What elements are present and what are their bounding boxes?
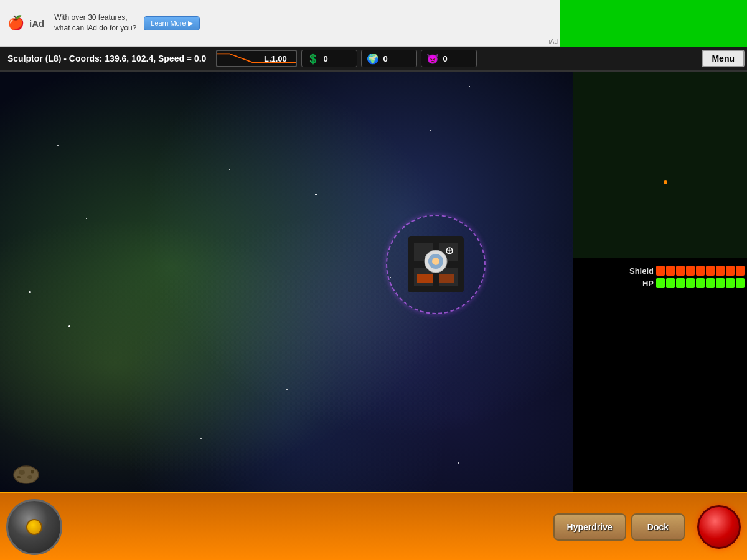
credits-resource: 💲 0 <box>301 50 357 67</box>
credits-value: 0 <box>323 54 327 63</box>
shield-segments <box>656 266 745 276</box>
bottom-control-bar: Hyperdrive Dock <box>0 492 747 560</box>
hp-seg-7 <box>716 278 725 288</box>
svg-point-1 <box>19 470 25 475</box>
level-indicator: L.1.00 <box>216 50 297 67</box>
menu-button[interactable]: Menu <box>702 50 745 67</box>
planet-value: 0 <box>383 54 387 63</box>
svg-rect-10 <box>417 274 433 283</box>
status-text: Sculptor (L8) - Coords: 139.6, 102.4, Sp… <box>0 54 214 63</box>
minimap-panel <box>573 72 747 258</box>
hp-label: HP <box>626 279 654 288</box>
svg-rect-11 <box>439 274 454 283</box>
shield-seg-8 <box>726 266 735 276</box>
star <box>200 438 202 439</box>
green-panel <box>560 0 747 47</box>
space-background <box>0 72 573 560</box>
star <box>401 414 402 414</box>
star <box>527 159 527 160</box>
minimap-player-dot <box>664 180 667 184</box>
dock-button[interactable]: Dock <box>631 513 685 541</box>
ad-logo: 🍎 iAd <box>7 15 44 31</box>
star <box>143 111 144 111</box>
learn-more-button[interactable]: Learn More ▶ <box>144 16 199 30</box>
asteroid <box>12 464 40 485</box>
hyperdrive-button[interactable]: Hyperdrive <box>553 513 626 541</box>
svg-point-3 <box>31 470 34 474</box>
hp-seg-3 <box>676 278 685 288</box>
ad-banner: 🍎 iAd With over 30 features, what can iA… <box>0 0 560 47</box>
planet-resource: 🌍 0 <box>361 50 417 67</box>
shield-seg-9 <box>736 266 745 276</box>
planet-icon: 🌍 <box>367 53 379 65</box>
star <box>515 365 516 365</box>
shield-bar-row: Shield <box>575 266 745 276</box>
star <box>286 389 288 390</box>
joystick-dot <box>26 519 42 535</box>
shield-label: Shield <box>626 266 654 276</box>
star <box>315 194 317 195</box>
hp-seg-1 <box>656 278 665 288</box>
star <box>115 487 115 487</box>
star <box>172 340 172 341</box>
iad-label: iAd <box>29 18 44 29</box>
level-text: L.1.00 <box>264 54 287 63</box>
hp-bar-row: HP <box>575 278 745 288</box>
star <box>57 145 59 146</box>
shield-seg-7 <box>716 266 725 276</box>
ad-text: With over 30 features, what can iAd do f… <box>54 12 136 34</box>
hp-seg-5 <box>696 278 705 288</box>
hp-seg-9 <box>736 278 745 288</box>
star <box>68 325 70 327</box>
hud-bar: Sculptor (L8) - Coords: 139.6, 102.4, Sp… <box>0 47 747 72</box>
shield-seg-1 <box>656 266 665 276</box>
joystick[interactable] <box>6 499 62 555</box>
hp-segments <box>656 278 745 288</box>
star <box>229 169 230 170</box>
ad-attribution: iAd <box>549 38 558 45</box>
star <box>469 86 470 87</box>
shield-seg-2 <box>666 266 675 276</box>
shield-seg-3 <box>676 266 685 276</box>
svg-point-14 <box>432 258 439 265</box>
svg-point-2 <box>27 475 32 479</box>
star <box>458 462 459 464</box>
star <box>487 243 487 243</box>
enemy-value: 0 <box>443 54 447 63</box>
hp-seg-8 <box>726 278 735 288</box>
star <box>86 218 87 219</box>
star <box>344 96 344 96</box>
enemy-icon: 👿 <box>426 53 439 65</box>
credits-icon: 💲 <box>307 53 319 65</box>
hp-seg-4 <box>686 278 695 288</box>
shield-seg-4 <box>686 266 695 276</box>
game-area[interactable] <box>0 72 573 560</box>
fire-button[interactable] <box>697 505 741 549</box>
svg-point-0 <box>14 466 39 483</box>
star <box>29 291 31 293</box>
ship-graphic <box>398 227 473 302</box>
apple-iad-icon: 🍎 <box>7 15 24 31</box>
status-bars: Shield HP <box>573 258 747 296</box>
enemy-resource: 👿 0 <box>421 50 477 67</box>
shield-seg-6 <box>706 266 715 276</box>
svg-point-4 <box>17 476 21 478</box>
hp-seg-2 <box>666 278 675 288</box>
ship-container <box>386 215 486 314</box>
hp-seg-6 <box>706 278 715 288</box>
shield-seg-5 <box>696 266 705 276</box>
star <box>430 130 431 131</box>
